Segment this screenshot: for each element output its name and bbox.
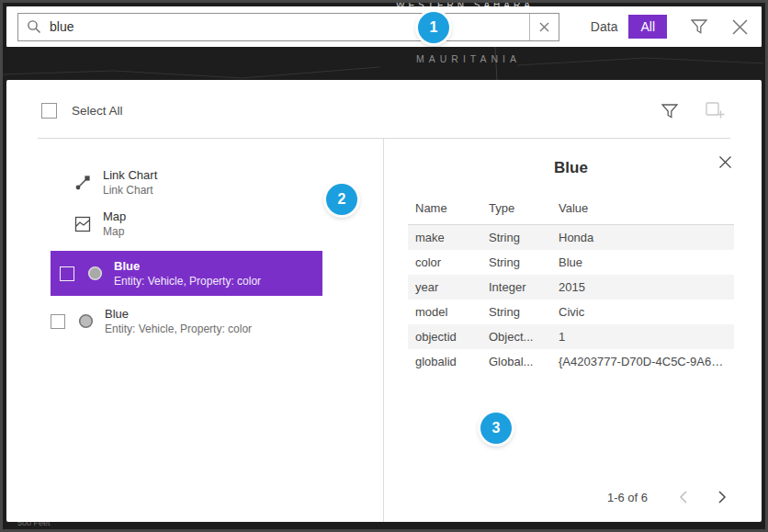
clear-icon: [539, 22, 549, 32]
filter-icon: [691, 19, 707, 34]
close-icon: [718, 155, 732, 169]
search-box: [17, 13, 559, 41]
search-results-window: WESTERN SAHARA MAURITANIA 500 Feet Data …: [0, 0, 768, 532]
annotation-badge-1: 1: [418, 12, 449, 43]
search-bar: Data All: [6, 6, 762, 47]
results-panel: Select All: [6, 80, 762, 522]
table-row: year Integer 2015: [408, 275, 734, 300]
chevron-right-icon: [718, 491, 727, 504]
table-row: globalid Global... {A4203777-D70D-4C5C-9…: [408, 349, 734, 374]
result-item-blue-selected[interactable]: Blue Entity: Vehicle, Property: color: [51, 251, 322, 296]
result-subtitle: Entity: Vehicle, Property: color: [105, 323, 252, 335]
result-checkbox[interactable]: [60, 266, 74, 281]
pagination-label: 1-6 of 6: [607, 491, 648, 504]
detail-panel: Blue Name Type Value: [383, 139, 762, 522]
table-row: make String Honda: [408, 225, 734, 251]
map-icon: [74, 216, 91, 232]
result-title: Blue: [114, 259, 261, 273]
result-subtitle: Entity: Vehicle, Property: color: [114, 275, 261, 288]
column-header-name: Name: [408, 196, 481, 225]
search-input[interactable]: [50, 14, 529, 40]
search-filter-button[interactable]: [691, 19, 707, 34]
column-header-value: Value: [551, 196, 734, 225]
result-checkbox[interactable]: [51, 314, 65, 329]
result-subtitle: Link Chart: [103, 184, 157, 197]
clear-search-button[interactable]: [529, 14, 559, 40]
close-detail-button[interactable]: [718, 155, 732, 169]
data-label: Data: [591, 19, 618, 34]
annotation-badge-2: 2: [326, 184, 357, 215]
results-filter-button[interactable]: [661, 104, 678, 119]
entity-icon: [78, 313, 94, 329]
attributes-table: Name Type Value make String Honda color: [408, 196, 734, 374]
search-icon: [27, 19, 41, 34]
select-all-checkbox[interactable]: [41, 103, 57, 119]
column-header-type: Type: [481, 196, 551, 225]
select-all-label: Select All: [72, 104, 123, 118]
link-chart-icon: [74, 175, 91, 191]
result-title: Map: [103, 209, 126, 223]
result-title: Blue: [105, 307, 252, 321]
filter-icon: [661, 104, 678, 119]
add-to-link-chart-icon: [706, 102, 725, 119]
map-border-lines: [3, 47, 765, 82]
result-subtitle: Map: [103, 225, 126, 238]
detail-title: Blue: [554, 159, 588, 176]
previous-page-button[interactable]: [675, 487, 691, 507]
all-filter-button[interactable]: All: [628, 15, 667, 39]
next-page-button[interactable]: [715, 487, 730, 507]
pagination: 1-6 of 6: [607, 487, 734, 507]
annotation-badge-3: 3: [480, 413, 512, 444]
table-row: model String Civic: [408, 300, 734, 324]
results-panel-header: Select All: [6, 80, 762, 138]
result-item-blue[interactable]: Blue Entity: Vehicle, Property: color: [51, 307, 383, 335]
close-search-button[interactable]: [731, 18, 749, 36]
map-label-mauritania: MAURITANIA: [416, 53, 521, 64]
chevron-left-icon: [679, 491, 687, 504]
add-to-link-chart-button[interactable]: [706, 102, 725, 119]
result-title: Link Chart: [103, 168, 157, 182]
table-row: color String Blue: [408, 250, 734, 275]
entity-icon: [87, 266, 103, 281]
table-row: objectid Object... 1: [408, 324, 734, 349]
close-icon: [731, 18, 749, 36]
